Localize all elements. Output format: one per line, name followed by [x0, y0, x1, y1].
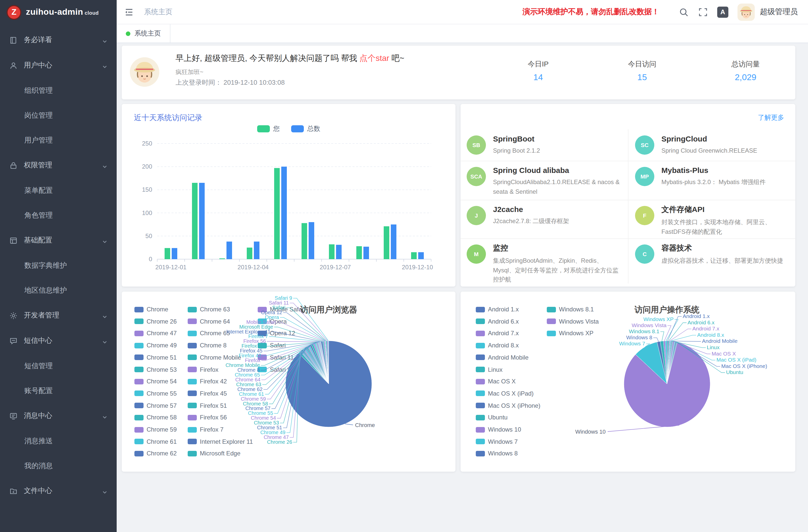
legend-item[interactable]: Chrome 62 — [134, 450, 177, 457]
sidebar-subitem[interactable]: 地区信息维护 — [0, 278, 117, 303]
legend-item[interactable]: Firefox 42 — [188, 378, 227, 385]
sidebar-subitem[interactable]: 我的消息 — [0, 453, 117, 478]
legend-swatch — [258, 367, 267, 372]
sidebar-subitem[interactable]: 账号配置 — [0, 378, 117, 403]
legend-item[interactable]: 总数 — [291, 124, 320, 133]
legend-item[interactable]: Mac OS X (iPhone) — [476, 402, 540, 409]
collapse-menu-icon[interactable] — [124, 7, 134, 17]
legend-swatch — [134, 427, 144, 432]
legend-item[interactable]: 您 — [257, 124, 280, 133]
legend-label: Windows 10 — [488, 426, 521, 433]
search-icon[interactable] — [679, 7, 689, 17]
legend-item[interactable]: Firefox 56 — [188, 414, 227, 421]
legend-item[interactable]: Chrome 54 — [134, 378, 177, 385]
legend-label: Safari 9 — [270, 366, 291, 373]
bar-chart-legend: 您总数 — [122, 124, 456, 133]
legend-item[interactable]: Firefox 7 — [188, 426, 223, 433]
legend-item[interactable]: Android 7.x — [476, 330, 519, 337]
sidebar-subitem[interactable]: 菜单配置 — [0, 178, 117, 203]
legend-item[interactable]: Windows XP — [547, 330, 593, 337]
legend-swatch — [134, 439, 144, 444]
legend-swatch — [476, 355, 485, 360]
legend-item[interactable]: Chrome 8 — [188, 342, 226, 349]
legend-label: 您 — [273, 124, 280, 133]
legend-item[interactable]: Chrome — [134, 306, 168, 313]
legend-item[interactable]: Microsoft Edge — [188, 450, 240, 457]
legend-item[interactable]: Mac OS X — [476, 378, 516, 385]
sidebar-item-7[interactable]: 文件中心 — [0, 478, 117, 503]
legend-item[interactable]: Linux — [476, 366, 502, 373]
legend-item[interactable]: Chrome 57 — [134, 402, 177, 409]
sidebar-item-3[interactable]: 基础配置 — [0, 228, 117, 253]
chevron-down-icon — [102, 338, 108, 344]
sidebar-subitem[interactable]: 数据字典维护 — [0, 253, 117, 278]
book-icon — [9, 36, 18, 44]
legend-item[interactable]: Chrome 63 — [188, 306, 230, 313]
tech-item-5: JJ2cacheJ2cache2.7.8: 二级缓存框架 — [461, 200, 628, 238]
legend-item[interactable]: Firefox 51 — [188, 402, 227, 409]
tech-badge: SC — [635, 135, 654, 155]
tabbar: 系统主页 — [117, 24, 808, 43]
sidebar-subitem[interactable]: 角色管理 — [0, 203, 117, 228]
legend-label: Mac OS X — [488, 378, 516, 385]
sidebar-item-4[interactable]: 开发者管理 — [0, 303, 117, 328]
legend-item[interactable]: Windows 8 — [476, 450, 518, 457]
sidebar-item-6[interactable]: 消息中心 — [0, 403, 117, 428]
legend-item[interactable]: Chrome 61 — [134, 438, 177, 445]
legend-item[interactable]: Chrome Mobile — [188, 354, 241, 361]
tech-item-3: SCASpring Cloud alibabaSpringCloudAlibab… — [461, 161, 628, 200]
legend-item[interactable]: Ubuntu — [476, 414, 508, 421]
legend-item[interactable]: Internet Explorer 11 — [188, 438, 253, 445]
sidebar-item-1[interactable]: 用户中心 — [0, 53, 117, 78]
legend-item[interactable]: Opera — [258, 318, 287, 325]
tech-badge: SB — [467, 135, 486, 155]
legend-item[interactable]: Mac OS X (iPad) — [476, 390, 534, 397]
legend-item[interactable]: Chrome 47 — [134, 330, 177, 337]
legend-item[interactable]: Android 8.x — [476, 342, 519, 349]
legend-item[interactable]: Firefox — [188, 366, 218, 373]
legend-item[interactable]: Android 1.x — [476, 306, 519, 313]
user-avatar[interactable] — [737, 3, 755, 20]
legend-item[interactable]: Chrome 64 — [188, 318, 230, 325]
legend-item[interactable]: Chrome 26 — [134, 318, 177, 325]
legend-item[interactable]: Chrome 53 — [134, 366, 177, 373]
sidebar-item-2[interactable]: 权限管理 — [0, 153, 117, 178]
star-link[interactable]: 点个star — [360, 54, 389, 62]
legend-item[interactable]: Android 6.x — [476, 318, 519, 325]
tab-home[interactable]: 系统主页 — [117, 24, 170, 42]
sidebar-subitem[interactable]: 组织管理 — [0, 78, 117, 103]
tech-title: Mybatis-Plus — [661, 166, 766, 175]
app-logo[interactable]: Z zuihou-admincloud — [0, 0, 117, 24]
sidebar-item-5[interactable]: 短信中心 — [0, 328, 117, 353]
legend-item[interactable]: Opera 12 — [258, 330, 295, 337]
legend-label: Chrome 53 — [147, 366, 177, 373]
legend-item[interactable]: Windows Vista — [547, 318, 599, 325]
legend-item[interactable]: Chrome 65 — [188, 330, 230, 337]
legend-item[interactable]: Windows 10 — [476, 426, 521, 433]
fullscreen-icon[interactable] — [698, 7, 708, 17]
legend-item[interactable]: Firefox 45 — [188, 390, 227, 397]
legend-item[interactable]: Windows 7 — [476, 438, 518, 445]
sidebar-subitem[interactable]: 用户管理 — [0, 128, 117, 153]
legend-item[interactable]: Chrome 55 — [134, 390, 177, 397]
sidebar-subitem[interactable]: 岗位管理 — [0, 103, 117, 128]
chevron-down-icon — [102, 37, 108, 43]
legend-item[interactable]: Chrome 59 — [134, 426, 177, 433]
legend-item[interactable]: Chrome 51 — [134, 354, 177, 361]
font-size-icon[interactable]: A — [717, 6, 728, 18]
legend-item[interactable]: Safari 9 — [258, 366, 291, 373]
legend-item[interactable]: Chrome 49 — [134, 342, 177, 349]
legend-swatch — [547, 307, 556, 312]
legend-item[interactable]: Windows 8.1 — [547, 306, 594, 313]
sidebar-subitem[interactable]: 消息推送 — [0, 428, 117, 453]
legend-item[interactable]: Android Mobile — [476, 354, 529, 361]
sidebar-item-0[interactable]: 务必详看 — [0, 27, 117, 53]
legend-label: Chrome 8 — [200, 342, 226, 349]
sidebar-subitem[interactable]: 短信管理 — [0, 353, 117, 378]
username[interactable]: 超级管理员 — [760, 7, 798, 17]
legend-item[interactable]: Chrome 58 — [134, 414, 177, 421]
legend-item[interactable]: Safari — [258, 342, 286, 349]
legend-item[interactable]: Safari 11 — [258, 354, 294, 361]
breadcrumb[interactable]: 系统主页 — [144, 7, 172, 17]
tech-item-8: C容器技术虚拟化容器技术，让迁移、部署更加方便快捷 — [629, 238, 794, 284]
